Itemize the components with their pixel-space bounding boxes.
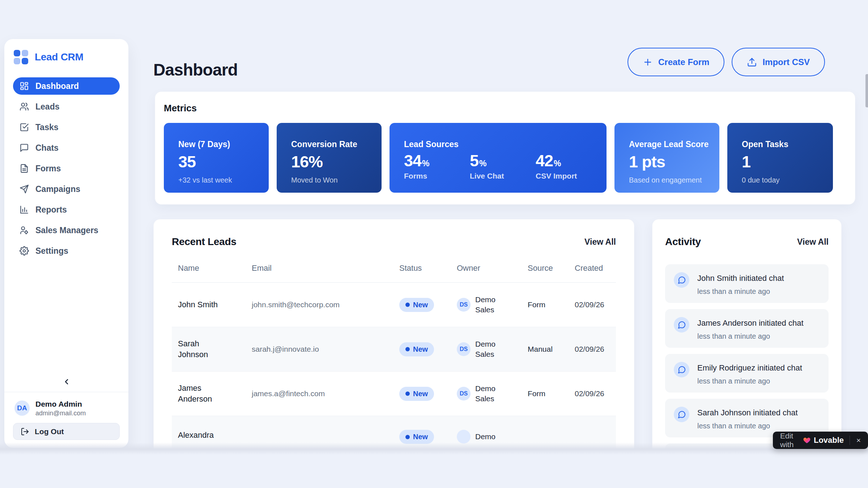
metrics-panel: Metrics New (7 Days) 35 +32 vs last week… [155, 91, 855, 205]
stat-forms: 34% Forms [404, 151, 470, 180]
status-badge: New [399, 387, 434, 401]
chat-icon-badge [674, 362, 689, 377]
metric-card-average-lead-score: Average Lead Score 1 pts Based on engage… [614, 123, 719, 193]
sidebar-item-chats[interactable]: Chats [13, 139, 120, 157]
activity-view-all-link[interactable]: View All [797, 237, 829, 247]
metric-card-conversion-rate: Conversion Rate 16% Moved to Won [277, 123, 382, 193]
sidebar-item-label: Sales Managers [35, 226, 98, 235]
owner-name: Demo [475, 432, 498, 442]
owner-avatar: DS [457, 342, 471, 356]
stat-label: Forms [404, 172, 470, 180]
lead-created: 02/09/26 [575, 345, 616, 354]
sidebar-item-leads[interactable]: Leads [13, 98, 120, 115]
users-icon [20, 102, 29, 111]
status-badge: New [399, 430, 434, 444]
lead-owner: DSDemo Sales [457, 339, 528, 360]
import-csv-label: Import CSV [762, 57, 810, 67]
chat-icon-badge [674, 407, 689, 422]
sidebar-item-campaigns[interactable]: Campaigns [13, 180, 120, 198]
sidebar-item-reports[interactable]: Reports [13, 201, 120, 218]
lead-source: Form [528, 389, 575, 398]
brand-name: Lead CRM [35, 51, 84, 63]
status-dot-icon [405, 303, 410, 307]
sidebar-collapse-button[interactable] [13, 375, 120, 392]
file-text-icon [20, 164, 29, 173]
close-icon[interactable]: × [854, 436, 863, 445]
sidebar-item-label: Forms [35, 164, 61, 174]
chat-bubble-icon [677, 410, 686, 419]
sidebar-item-label: Settings [35, 246, 68, 256]
edit-with-lovable-badge[interactable]: Edit with Lovable × [773, 432, 868, 449]
check-square-icon [20, 123, 29, 132]
sidebar-item-label: Dashboard [35, 81, 79, 91]
stat-value: 34 [404, 151, 421, 170]
stat-unit: % [479, 159, 486, 168]
metric-label: New (7 Days) [178, 140, 269, 149]
chat-bubble-icon [677, 321, 686, 329]
lead-name: Sarah Johnson [172, 338, 252, 360]
table-row[interactable]: Sarah Johnson sarah.j@innovate.io New DS… [172, 327, 616, 372]
table-row[interactable]: John Smith john.smith@techcorp.com New D… [172, 283, 616, 327]
metric-subtext: Based on engagement [629, 176, 719, 184]
lead-owner: Demo [457, 430, 528, 444]
lead-name: Alexandra [172, 430, 252, 441]
activity-text: Sarah Johnson initiated chat [697, 408, 798, 418]
lead-source: Form [528, 300, 575, 309]
app-viewport: Lead CRM Dashboard Leads Tasks Chats For… [0, 0, 868, 453]
stat-value: 5 [470, 151, 478, 170]
sidebar: Lead CRM Dashboard Leads Tasks Chats For… [4, 39, 128, 448]
sidebar-nav: Dashboard Leads Tasks Chats Forms Campai… [13, 77, 120, 260]
activity-panel: Activity View All John Smith initiated c… [652, 219, 842, 453]
dashboard-icon [20, 81, 29, 91]
status-badge: New [399, 342, 434, 356]
user-cog-icon [20, 226, 29, 235]
column-header-created: Created [575, 264, 616, 273]
log-out-icon [21, 427, 29, 436]
header-actions: Create Form Import CSV [627, 48, 825, 76]
sidebar-item-dashboard[interactable]: Dashboard [13, 77, 120, 95]
metric-subtext: +32 vs last week [178, 176, 269, 184]
user-profile: DA Demo Admin admin@mail.com [13, 392, 120, 423]
status-label: New [413, 433, 428, 441]
stat-unit: % [554, 159, 561, 168]
metric-card-open-tasks: Open Tasks 1 0 due today [727, 123, 833, 193]
sidebar-item-sales-managers[interactable]: Sales Managers [13, 222, 120, 239]
recent-leads-title: Recent Leads [172, 236, 236, 248]
lead-created: 02/09/26 [575, 389, 616, 398]
create-form-button[interactable]: Create Form [627, 48, 724, 76]
metric-label: Conversion Rate [291, 140, 382, 149]
import-csv-button[interactable]: Import CSV [732, 48, 825, 76]
metric-card-lead-sources: Lead Sources 34% Forms 5% Live Chat 42% … [390, 123, 607, 193]
chevron-left-icon [62, 377, 71, 386]
activity-time: less than a minute ago [697, 377, 802, 385]
metric-value: 1 [742, 153, 833, 171]
chat-bubble-icon [677, 276, 686, 284]
create-form-label: Create Form [658, 57, 709, 67]
avatar: DA [14, 401, 30, 416]
lead-owner: DSDemo Sales [457, 384, 528, 404]
user-name: Demo Admin [35, 399, 86, 408]
owner-name: Demo Sales [475, 339, 498, 360]
activity-item: Emily Rodriguez initiated chat less than… [665, 354, 829, 393]
sidebar-item-settings[interactable]: Settings [13, 242, 120, 260]
chat-bubble-icon [20, 143, 29, 153]
log-out-button[interactable]: Log Out [13, 423, 120, 440]
table-row[interactable]: James Anderson james.a@fintech.com New D… [172, 372, 616, 416]
column-header-owner: Owner [457, 264, 528, 273]
stat-live-chat: 5% Live Chat [470, 151, 536, 180]
column-header-status: Status [399, 264, 457, 273]
activity-time: less than a minute ago [697, 287, 784, 296]
status-dot-icon [405, 435, 410, 439]
chat-bubble-icon [677, 365, 686, 374]
metric-label: Open Tasks [742, 140, 833, 149]
recent-leads-view-all-link[interactable]: View All [584, 237, 616, 247]
activity-time: less than a minute ago [697, 422, 798, 430]
sidebar-item-label: Leads [35, 102, 59, 112]
owner-avatar: DS [457, 387, 471, 401]
sidebar-item-forms[interactable]: Forms [13, 160, 120, 177]
scrollbar-thumb[interactable] [865, 74, 868, 107]
activity-item: James Anderson initiated chat less than … [665, 309, 829, 348]
activity-title: Activity [665, 236, 701, 248]
sidebar-item-tasks[interactable]: Tasks [13, 119, 120, 136]
activity-item: John Smith initiated chat less than a mi… [665, 264, 829, 303]
